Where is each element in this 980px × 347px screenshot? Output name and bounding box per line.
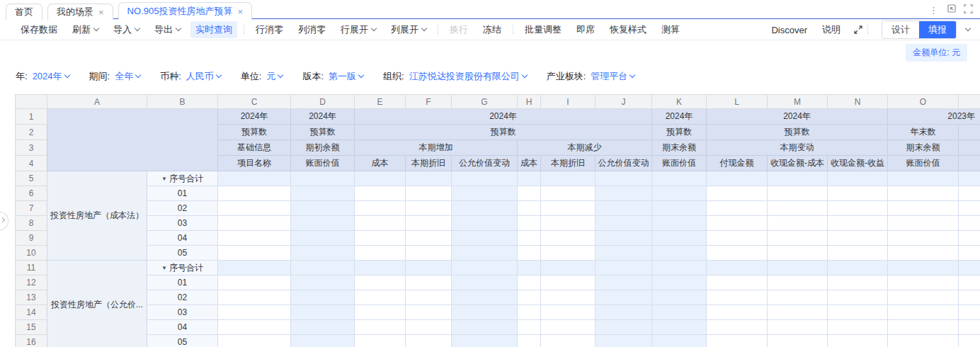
header-cell[interactable] [959,156,980,171]
row-number[interactable]: 8 [16,216,47,231]
header-cell[interactable]: 预算数 [707,125,888,140]
data-cell[interactable] [707,261,768,275]
row-label-cell[interactable]: 05 [147,335,218,347]
header-cell[interactable]: 账面价值 [291,156,355,171]
data-cell[interactable] [652,320,707,335]
data-cell[interactable] [707,290,768,305]
data-cell[interactable] [768,231,828,246]
column-letter[interactable]: E [355,95,406,109]
header-cell[interactable]: 付现金额 [707,156,768,171]
header-cell[interactable]: 账面价值 [652,156,707,171]
data-cell[interactable] [888,275,959,290]
header-cell[interactable]: 2024年 [707,109,888,125]
header-cell[interactable]: 2024年 [218,109,291,125]
data-cell[interactable] [541,216,596,231]
data-cell[interactable] [959,246,980,261]
header-cell[interactable]: 年末数 [888,125,959,140]
header-cell[interactable]: 2024年 [355,109,652,125]
row-number[interactable]: 12 [16,275,47,290]
data-cell[interactable] [218,275,291,290]
batch-adjust-button[interactable]: 批量调整 [520,21,566,38]
data-cell[interactable] [652,335,707,347]
row-label-cell[interactable]: 05 [147,246,218,261]
data-cell[interactable] [518,261,541,275]
header-cell[interactable]: 成本 [518,156,541,171]
row-number[interactable]: 16 [16,335,47,347]
data-cell[interactable] [218,231,291,246]
row-label-cell[interactable]: 01 [147,186,218,201]
data-cell[interactable] [888,201,959,216]
data-cell[interactable] [596,275,652,290]
header-cell[interactable]: 收现金额-成本 [768,156,828,171]
header-cell[interactable]: 账面价值 [888,156,959,171]
header-cell[interactable]: 预算数 [218,125,291,140]
data-cell[interactable] [518,186,541,201]
row-expand-dropdown[interactable]: 行展开 [336,21,381,38]
row-number[interactable]: 1 [16,109,47,125]
data-cell[interactable] [959,335,980,347]
data-cell[interactable] [596,216,652,231]
data-cell[interactable] [596,186,652,201]
data-cell[interactable] [518,275,541,290]
header-cell[interactable]: 预算数 [652,125,707,140]
refresh-dropdown[interactable]: 刷新 [67,21,103,38]
data-cell[interactable] [888,290,959,305]
data-cell[interactable] [888,216,959,231]
data-cell[interactable] [828,186,888,201]
header-cell[interactable] [959,125,980,140]
header-cell[interactable]: 公允价值变动 [452,156,518,171]
data-cell[interactable] [652,290,707,305]
data-cell[interactable] [888,171,959,186]
row-number[interactable]: 11 [16,261,47,275]
column-letter[interactable]: H [518,95,541,109]
data-cell[interactable] [452,186,518,201]
data-cell[interactable] [888,231,959,246]
row-number[interactable]: 7 [16,201,47,216]
header-cell[interactable]: 本期变动 [707,140,888,156]
data-cell[interactable] [707,231,768,246]
header-cell[interactable]: 公允价值变动 [596,156,652,171]
data-cell[interactable] [452,275,518,290]
header-cell[interactable]: 项目名称 [218,156,291,171]
data-cell[interactable] [518,320,541,335]
data-cell[interactable] [218,171,291,186]
data-cell[interactable] [406,320,452,335]
data-cell[interactable] [828,216,888,231]
data-cell[interactable] [452,246,518,261]
data-cell[interactable] [652,231,707,246]
data-cell[interactable] [355,335,406,347]
header-cell[interactable]: 收现金额-收益 [828,156,888,171]
data-cell[interactable] [828,171,888,186]
dock-window-icon[interactable] [947,4,957,16]
data-cell[interactable] [518,335,541,347]
row-number[interactable]: 3 [16,140,47,156]
data-cell[interactable] [406,261,452,275]
column-letter[interactable]: F [406,95,452,109]
row-label-cell[interactable]: 04 [147,320,218,335]
header-cell[interactable]: 预算数 [291,125,355,140]
data-cell[interactable] [518,231,541,246]
data-cell[interactable] [596,231,652,246]
data-cell[interactable] [541,186,596,201]
header-cell[interactable]: 期初余额 [291,140,355,156]
data-cell[interactable] [707,246,768,261]
data-cell[interactable] [707,186,768,201]
data-cell[interactable] [768,216,828,231]
data-cell[interactable] [355,186,406,201]
data-cell[interactable] [291,275,355,290]
data-cell[interactable] [406,231,452,246]
data-cell[interactable] [959,201,980,216]
data-cell[interactable] [452,335,518,347]
data-cell[interactable] [355,305,406,320]
data-cell[interactable] [452,201,518,216]
filter-year-value[interactable]: 2024年 [33,70,69,83]
row-number[interactable]: 15 [16,320,47,335]
data-cell[interactable] [541,335,596,347]
filter-period-value[interactable]: 全年 [115,70,140,83]
data-cell[interactable] [652,275,707,290]
column-letter[interactable] [959,95,980,109]
tab-my-scenes[interactable]: 我的场景 × [47,4,113,20]
data-cell[interactable] [596,261,652,275]
data-cell[interactable] [959,275,980,290]
data-cell[interactable] [888,261,959,275]
